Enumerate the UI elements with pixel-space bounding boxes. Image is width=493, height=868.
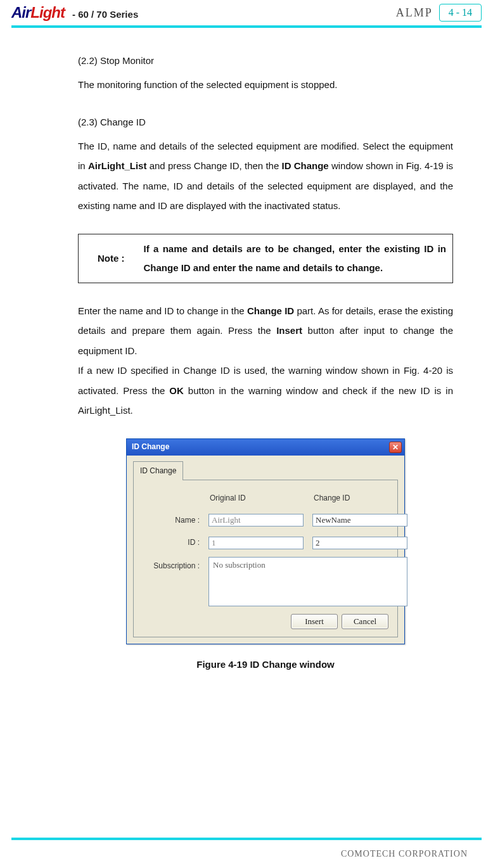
close-icon[interactable]: ✕ [389, 442, 402, 453]
figure-caption: Figure 4-19 ID Change window [196, 654, 335, 675]
series-label: - 60 / 70 Series [72, 9, 138, 20]
label-id: ID : [143, 535, 200, 551]
subscription-field[interactable] [208, 557, 407, 606]
form-grid: Original ID Change ID Name : ID : Subscr… [143, 490, 388, 607]
change-id-term: Change ID [247, 305, 294, 316]
insert-term: Insert [276, 325, 302, 336]
note-box: Note : If a name and details are to be c… [78, 234, 453, 283]
dialog-title: ID Change [132, 439, 169, 455]
almp-label: ALMP [396, 6, 433, 20]
id-change-term: ID Change [281, 160, 328, 171]
note-label: Note : [85, 248, 144, 269]
paragraph-change-id: Enter the name and ID to change in the C… [78, 301, 453, 361]
name-change-field[interactable] [312, 514, 407, 527]
logo-part-light: Light [30, 4, 65, 21]
header-bar: AirLight - 60 / 70 Series ALMP 4 - 14 [11, 0, 482, 23]
logo-block: AirLight - 60 / 70 Series [11, 4, 138, 22]
text-fragment: Enter the name and ID to change in the [78, 305, 247, 316]
section-2-2-title: (2.2) Stop Monitor [78, 51, 453, 71]
tab-id-change[interactable]: ID Change [133, 461, 183, 480]
header-right: ALMP 4 - 14 [396, 4, 482, 22]
brand-logo: AirLight [11, 4, 65, 22]
main-content: (2.2) Stop Monitor The monitoring functi… [11, 51, 482, 675]
text-fragment: and press Change ID, then the [146, 160, 281, 171]
id-change-dialog: ID Change ✕ ID Change Original ID Change… [126, 438, 405, 645]
column-header-change: Change ID [312, 490, 407, 506]
cancel-button[interactable]: Cancel [342, 614, 388, 629]
paragraph-warning: If a new ID specified in Change ID is us… [78, 361, 453, 421]
dialog-buttons: Insert Cancel [143, 614, 388, 629]
header-rule [11, 25, 482, 28]
label-name: Name : [143, 513, 200, 528]
ok-term: OK [169, 385, 184, 396]
name-original-field [208, 514, 304, 527]
dialog-titlebar[interactable]: ID Change ✕ [127, 439, 404, 456]
section-2-3-body: The ID, name and details of the selected… [78, 136, 453, 216]
label-subscription: Subscription : [143, 557, 200, 574]
section-2-3-title: (2.3) Change ID [78, 112, 453, 132]
page-number-pill: 4 - 14 [439, 4, 482, 22]
airlight-list-term: AirLight_List [88, 160, 147, 171]
footer-rule [11, 838, 482, 840]
note-text: If a name and details are to be changed,… [144, 239, 447, 278]
footer-company: COMOTECH CORPORATION [341, 849, 468, 859]
id-change-field[interactable] [312, 537, 407, 549]
column-header-original: Original ID [208, 490, 304, 506]
section-2-2-body: The monitoring function of the selected … [78, 75, 453, 95]
figure-4-19: ID Change ✕ ID Change Original ID Change… [78, 438, 453, 675]
dialog-body: ID Change Original ID Change ID Name : I… [127, 456, 404, 644]
tab-panel: Original ID Change ID Name : ID : Subscr… [133, 480, 398, 638]
id-original-field [208, 537, 304, 549]
insert-button[interactable]: Insert [291, 614, 338, 629]
page: AirLight - 60 / 70 Series ALMP 4 - 14 (2… [0, 0, 493, 868]
logo-part-air: Air [11, 4, 30, 21]
